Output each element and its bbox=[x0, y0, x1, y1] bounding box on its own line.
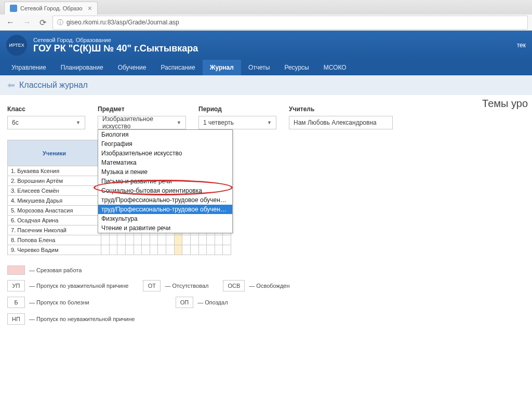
grade-cell[interactable] bbox=[166, 235, 175, 245]
grade-cell[interactable] bbox=[182, 245, 191, 255]
legend-op: ОП — Опоздал bbox=[176, 297, 228, 308]
subject-select[interactable]: Изобразительное искусство ▼ БиологияГеог… bbox=[98, 116, 186, 129]
dropdown-option[interactable]: Чтение и развитие речи bbox=[98, 223, 232, 233]
legend-np: НП — Пропуск по неуважительной причине bbox=[7, 313, 135, 325]
grade-cell[interactable] bbox=[158, 235, 166, 245]
grade-cell[interactable] bbox=[150, 235, 158, 245]
dropdown-option[interactable]: труд/Профессионально-трудовое обучение/С… bbox=[98, 195, 232, 205]
nav-item[interactable]: Управление bbox=[4, 60, 54, 75]
info-icon[interactable]: ⓘ bbox=[57, 18, 63, 27]
dropdown-option[interactable]: Физкультура bbox=[98, 214, 232, 223]
dropdown-option[interactable]: Математика bbox=[98, 158, 232, 167]
url-text: giseo.rkomi.ru:83/asp/Grade/Journal.asp bbox=[66, 19, 179, 26]
period-select[interactable]: 1 четверть ▼ bbox=[198, 116, 276, 129]
page-back-icon[interactable]: ⬅ bbox=[7, 79, 15, 91]
grade-cell[interactable] bbox=[117, 245, 126, 255]
dropdown-option[interactable]: География bbox=[98, 139, 232, 149]
student-name[interactable]: 7. Пасечник Николай bbox=[8, 225, 101, 235]
chevron-down-icon: ▼ bbox=[76, 120, 81, 125]
grade-cell[interactable] bbox=[215, 235, 223, 245]
student-name[interactable]: 5. Морозова Анастасия bbox=[8, 206, 101, 216]
grade-cell[interactable] bbox=[174, 235, 182, 245]
table-row: 8. Попова Елена bbox=[8, 235, 231, 245]
grade-cell[interactable] bbox=[134, 235, 142, 245]
back-icon[interactable]: ← bbox=[4, 17, 17, 28]
grade-cell[interactable] bbox=[198, 245, 207, 255]
grade-cell[interactable] bbox=[174, 245, 182, 255]
grade-cell[interactable] bbox=[134, 245, 142, 255]
favicon bbox=[10, 5, 17, 12]
grade-cell[interactable] bbox=[190, 235, 198, 245]
student-name[interactable]: 9. Черевко Вадим bbox=[8, 245, 101, 255]
teacher-field: Нам Любовь Александровна bbox=[289, 116, 393, 129]
tab-close-icon[interactable]: × bbox=[88, 5, 92, 12]
page-title: Классный журнал bbox=[19, 81, 88, 90]
grade-cell[interactable] bbox=[117, 235, 126, 245]
teacher-label: Учитель bbox=[289, 105, 393, 113]
grade-cell[interactable] bbox=[101, 235, 110, 245]
reload-icon[interactable]: ⟳ bbox=[37, 17, 48, 29]
grade-cell[interactable] bbox=[142, 245, 150, 255]
forward-icon: → bbox=[21, 17, 33, 28]
dropdown-option[interactable]: Биология bbox=[98, 130, 232, 139]
grade-cell[interactable] bbox=[109, 245, 117, 255]
legend-up: УП — Пропуск по уважительной причине bbox=[7, 280, 128, 291]
header-title: ГОУ РК "С(К)Ш № 40" г.Сыктывкара bbox=[33, 43, 511, 54]
grade-cell[interactable] bbox=[142, 235, 150, 245]
tab-bar: Сетевой Город. Образо × bbox=[0, 0, 532, 15]
main-nav: УправлениеПланированиеОбучениеРасписание… bbox=[0, 60, 532, 75]
grade-cell[interactable] bbox=[101, 245, 110, 255]
student-name[interactable]: 4. Микушева Дарья bbox=[8, 196, 101, 206]
student-name[interactable]: 8. Попова Елена bbox=[8, 235, 101, 245]
browser-tab[interactable]: Сетевой Город. Образо × bbox=[4, 2, 98, 15]
student-name[interactable]: 1. Букаева Ксения bbox=[8, 166, 101, 176]
grade-cell[interactable] bbox=[125, 245, 134, 255]
filter-subject: Предмет Изобразительное искусство ▼ Биол… bbox=[98, 105, 186, 129]
browser-chrome: Сетевой Город. Образо × ← → ⟳ ⓘ giseo.rk… bbox=[0, 0, 532, 31]
url-bar[interactable]: ⓘ giseo.rkomi.ru:83/asp/Grade/Journal.as… bbox=[52, 16, 528, 30]
grade-cell[interactable] bbox=[223, 245, 231, 255]
legend-b: Б — Пропуск по болезни bbox=[7, 297, 89, 308]
student-name[interactable]: 2. Ворошнин Артём bbox=[8, 176, 101, 186]
dropdown-option[interactable]: Изобразительное искусство bbox=[98, 149, 232, 158]
dropdown-option[interactable]: Письмо и развитие речи bbox=[98, 177, 232, 186]
header-text: Сетевой Город. Образование ГОУ РК "С(К)Ш… bbox=[33, 37, 511, 54]
nav-item[interactable]: Расписание bbox=[154, 60, 203, 75]
filter-class: Класс 6с ▼ bbox=[7, 105, 85, 129]
nav-item[interactable]: Отчеты bbox=[241, 60, 277, 75]
nav-item[interactable]: Обучение bbox=[111, 60, 154, 75]
nav-item[interactable]: МСОКО bbox=[316, 60, 354, 75]
nav-item[interactable]: Журнал bbox=[203, 60, 241, 75]
dropdown-option[interactable]: труд/Профессионально-трудовое обучение/Ш… bbox=[98, 205, 232, 214]
page-title-bar: ⬅ Классный журнал bbox=[0, 75, 532, 95]
student-name[interactable]: 3. Елисеев Семён bbox=[8, 186, 101, 196]
grade-cell[interactable] bbox=[158, 245, 166, 255]
tab-title: Сетевой Город. Образо bbox=[20, 5, 83, 11]
grade-cell[interactable] bbox=[190, 245, 198, 255]
class-select[interactable]: 6с ▼ bbox=[7, 116, 85, 129]
filter-period: Период 1 четверть ▼ bbox=[198, 105, 276, 129]
grade-cell[interactable] bbox=[125, 235, 134, 245]
filters: Класс 6с ▼ Предмет Изобразительное искус… bbox=[7, 105, 525, 129]
legend-osv: ОСВ — Освобожден bbox=[223, 280, 289, 291]
grade-cell[interactable] bbox=[198, 235, 207, 245]
dropdown-option[interactable]: Социально-бытовая ориентировка bbox=[98, 186, 232, 195]
grade-cell[interactable] bbox=[207, 245, 215, 255]
nav-item[interactable]: Ресурсы bbox=[277, 60, 316, 75]
student-name[interactable]: 6. Осадчая Арина bbox=[8, 216, 101, 225]
grade-cell[interactable] bbox=[182, 235, 191, 245]
grade-cell[interactable] bbox=[166, 245, 175, 255]
legend-pink-box bbox=[7, 265, 25, 275]
nav-item[interactable]: Планирование bbox=[54, 60, 111, 75]
subject-dropdown: БиологияГеографияИзобразительное искусст… bbox=[98, 129, 233, 233]
legend-ot: ОТ — Отсутствовал bbox=[143, 280, 208, 291]
grade-cell[interactable] bbox=[215, 245, 223, 255]
grade-cell[interactable] bbox=[207, 235, 215, 245]
grade-cell[interactable] bbox=[109, 235, 117, 245]
content: Класс 6с ▼ Предмет Изобразительное искус… bbox=[0, 95, 532, 340]
side-panel-title: Темы уро bbox=[482, 98, 528, 110]
grade-cell[interactable] bbox=[223, 235, 231, 245]
grade-cell[interactable] bbox=[150, 245, 158, 255]
chevron-down-icon: ▼ bbox=[177, 120, 181, 125]
dropdown-option[interactable]: Музыка и пение bbox=[98, 167, 232, 177]
